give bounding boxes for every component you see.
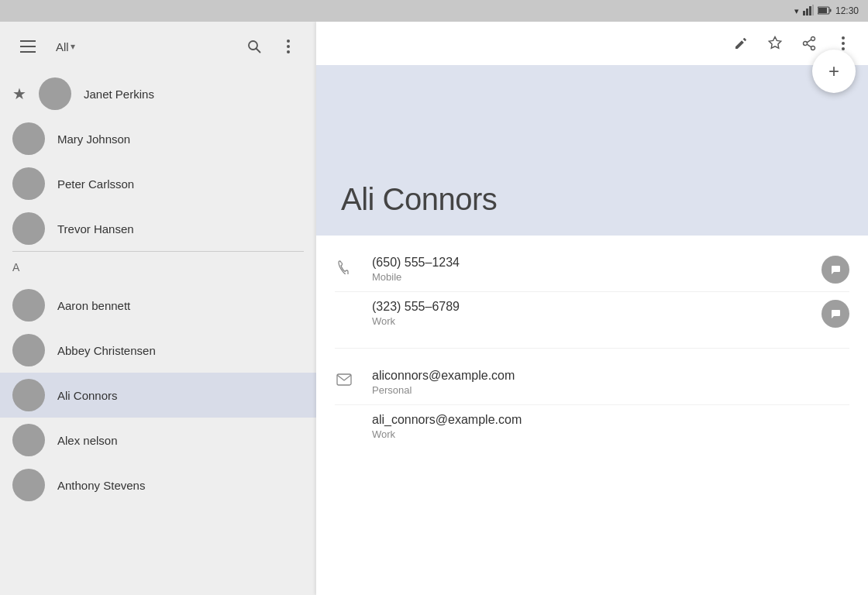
message-action-1[interactable] — [822, 256, 849, 284]
contact-name: Trevor Hansen — [57, 222, 134, 236]
contact-name: Alex nelson — [57, 434, 118, 447]
phone-number-2: (323) 555–6789 — [372, 300, 803, 314]
svg-rect-3 — [812, 5, 814, 15]
svg-point-10 — [287, 45, 290, 48]
starred-contact-name: Janet Perkins — [84, 88, 154, 101]
avatar — [12, 424, 45, 456]
phone-icon — [335, 257, 353, 276]
section-header-a: A — [0, 252, 316, 283]
starred-contact-item[interactable]: Janet Perkins — [39, 77, 304, 110]
svg-point-17 — [842, 36, 845, 40]
star-button[interactable] — [760, 28, 790, 59]
list-item[interactable]: Peter Carlsson — [0, 161, 316, 206]
svg-rect-2 — [809, 6, 811, 15]
hamburger-button[interactable] — [12, 31, 43, 62]
battery-icon — [818, 6, 832, 16]
detail-content: (650) 555–1234 Mobile (323) 555–6789 Wor… — [316, 236, 868, 595]
status-time: 12:30 — [835, 5, 859, 16]
contact-name: Abbey Christensen — [57, 344, 156, 357]
phone-content-2: (323) 555–6789 Work — [372, 300, 803, 327]
contact-name: Ali Connors — [57, 389, 118, 402]
filter-chevron-icon: ▾ — [71, 41, 75, 52]
email-row-2: ali_connors@example.com Work — [316, 405, 868, 449]
message-action-2[interactable] — [822, 300, 849, 328]
contact-name: Mary Johnson — [57, 132, 130, 146]
more-options-button[interactable] — [273, 31, 304, 62]
svg-point-19 — [842, 47, 845, 50]
email-content-1: aliconnors@example.com Personal — [372, 369, 849, 396]
pre-alpha-contacts: Mary Johnson Peter Carlsson Trevor Hanse… — [0, 116, 316, 251]
search-button[interactable] — [239, 31, 270, 62]
email-label-1: Personal — [372, 384, 849, 396]
status-icons: ▾ 12:30 — [794, 5, 859, 17]
all-filter[interactable]: All ▾ — [56, 40, 75, 53]
sidebar: All ▾ ★ Janet Perkins — [0, 22, 316, 595]
phone-label-1: Mobile — [372, 271, 803, 283]
avatar — [12, 379, 45, 411]
email-address-1: aliconnors@example.com — [372, 369, 849, 383]
list-item[interactable]: Abbey Christensen — [0, 328, 316, 373]
signal-icon — [803, 5, 814, 17]
edit-button[interactable] — [725, 28, 756, 59]
contact-detail-panel: Ali Connors (650) 555–1234 Mobile — [316, 22, 868, 595]
list-item[interactable]: Aaron bennett — [0, 283, 316, 328]
hamburger-icon — [20, 40, 36, 53]
status-bar: ▾ 12:30 — [0, 0, 868, 22]
phone-label-2: Work — [372, 315, 803, 327]
avatar — [12, 469, 45, 501]
phones-section: (650) 555–1234 Mobile (323) 555–6789 Wor… — [316, 236, 868, 348]
starred-section: ★ Janet Perkins — [0, 71, 316, 116]
list-item[interactable]: Trevor Hansen — [0, 206, 316, 251]
email-label-2: Work — [372, 428, 849, 440]
svg-line-8 — [257, 49, 260, 53]
contact-name: Peter Carlsson — [57, 177, 134, 191]
avatar — [39, 77, 71, 110]
avatar — [12, 289, 45, 322]
all-filter-label: All — [56, 40, 69, 53]
list-item[interactable]: Mary Johnson — [0, 116, 316, 161]
email-address-2: ali_connors@example.com — [372, 413, 849, 427]
avatar — [12, 122, 45, 155]
svg-line-16 — [807, 44, 811, 47]
contact-name: Aaron bennett — [57, 299, 130, 312]
phone-number-1: (650) 555–1234 — [372, 256, 803, 270]
wifi-icon: ▾ — [794, 6, 799, 16]
phone-row-2: (323) 555–6789 Work — [316, 292, 868, 335]
svg-point-12 — [811, 37, 815, 41]
sidebar-toolbar-right — [239, 31, 304, 62]
sidebar-toolbar: All ▾ — [0, 22, 316, 71]
svg-point-11 — [287, 50, 290, 53]
phone-content-1: (650) 555–1234 Mobile — [372, 256, 803, 283]
svg-rect-6 — [829, 9, 831, 12]
avatar — [12, 167, 45, 200]
phone-row-1: (650) 555–1234 Mobile — [316, 248, 868, 291]
section-letter-a: A — [12, 261, 45, 273]
avatar — [12, 212, 45, 245]
starred-icon: ★ — [12, 84, 26, 103]
main-area: All ▾ ★ Janet Perkins — [0, 22, 868, 595]
svg-rect-1 — [806, 9, 808, 15]
emails-section: aliconnors@example.com Personal ali_conn… — [316, 349, 868, 461]
list-item[interactable]: Anthony Stevens — [0, 463, 316, 507]
svg-point-9 — [287, 40, 290, 43]
fab-add-button[interactable]: + — [812, 50, 856, 93]
svg-point-18 — [842, 42, 845, 45]
svg-rect-20 — [337, 374, 351, 385]
email-row-1: aliconnors@example.com Personal — [316, 361, 868, 404]
svg-rect-5 — [818, 8, 827, 13]
list-item[interactable]: Alex nelson — [0, 418, 316, 463]
detail-toolbar — [316, 22, 868, 65]
svg-line-15 — [807, 40, 811, 43]
email-content-2: ali_connors@example.com Work — [372, 413, 849, 440]
email-icon — [335, 370, 353, 389]
svg-point-14 — [804, 42, 808, 46]
list-item-selected[interactable]: Ali Connors — [0, 373, 316, 418]
svg-point-13 — [811, 46, 815, 50]
contact-list: ★ Janet Perkins Mary Johnson Peter Carls… — [0, 71, 316, 595]
avatar — [12, 334, 45, 366]
contact-hero-name: Ali Connors — [341, 182, 497, 217]
contact-hero: Ali Connors — [316, 65, 868, 236]
contact-name: Anthony Stevens — [57, 479, 145, 492]
svg-rect-0 — [803, 11, 805, 15]
